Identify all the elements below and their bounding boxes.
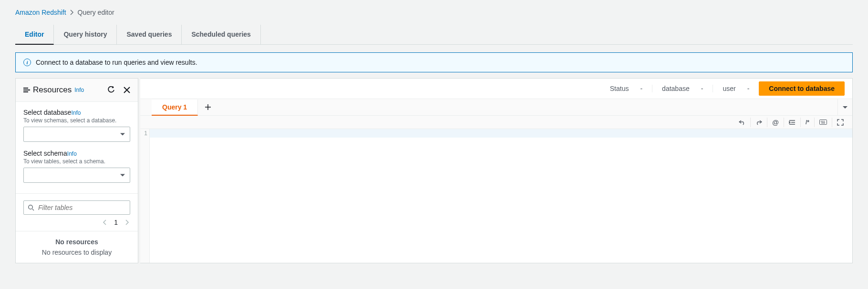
- search-icon: [28, 204, 34, 211]
- active-line: [150, 129, 852, 138]
- breadcrumb: Amazon Redshift Query editor: [15, 0, 853, 25]
- indent-button[interactable]: [784, 118, 800, 127]
- undo-button[interactable]: [734, 118, 750, 127]
- svg-rect-5: [821, 123, 825, 124]
- status-value: -: [640, 85, 642, 92]
- select-database-dropdown[interactable]: [23, 127, 130, 142]
- fullscreen-button[interactable]: [832, 118, 848, 127]
- close-icon[interactable]: [124, 87, 130, 93]
- no-resources-sub: No resources to display: [23, 249, 130, 256]
- filter-tables-field[interactable]: [23, 200, 130, 215]
- resources-icon: [23, 88, 30, 92]
- svg-rect-1: [820, 120, 827, 125]
- breadcrumb-current: Query editor: [78, 9, 114, 16]
- query-tab-bar: Query 1: [140, 99, 852, 116]
- filter-tables-input[interactable]: [37, 203, 126, 212]
- breadcrumb-root[interactable]: Amazon Redshift: [15, 9, 66, 16]
- select-schema-dropdown[interactable]: [23, 168, 130, 183]
- svg-rect-3: [822, 121, 823, 122]
- status-label: Status: [610, 85, 629, 92]
- add-tab-button[interactable]: [198, 100, 218, 114]
- caret-down-icon: [843, 106, 847, 109]
- comment-button[interactable]: /*: [800, 118, 814, 127]
- select-database-desc: To view schemas, select a database.: [23, 117, 130, 124]
- user-label: user: [723, 85, 735, 92]
- code-editor[interactable]: 1: [140, 129, 852, 263]
- editor-body[interactable]: [150, 129, 852, 263]
- pager: 1: [23, 219, 130, 226]
- pager-next[interactable]: [125, 219, 129, 225]
- select-database-label: Select database: [23, 109, 71, 116]
- tab-saved-queries[interactable]: Saved queries: [117, 25, 182, 44]
- main-panel: Status - database - user - Connect to da…: [140, 78, 853, 263]
- redo-button[interactable]: [750, 118, 767, 127]
- editor-toolbar: @ /*: [140, 116, 852, 129]
- resources-info-link[interactable]: Info: [74, 87, 84, 93]
- refresh-icon[interactable]: [107, 86, 115, 94]
- database-label: database: [662, 85, 690, 92]
- pager-page: 1: [114, 219, 118, 226]
- query-tab-1[interactable]: Query 1: [152, 100, 198, 116]
- chevron-right-icon: [70, 10, 74, 15]
- user-value: -: [747, 85, 750, 92]
- tab-query-history[interactable]: Query history: [54, 25, 117, 44]
- keyboard-button[interactable]: [814, 118, 832, 127]
- select-database-info[interactable]: Info: [71, 110, 81, 116]
- resources-title: Resources: [33, 85, 72, 95]
- line-number-1: 1: [140, 130, 147, 137]
- info-alert: i Connect to a database to run queries a…: [15, 52, 853, 72]
- alert-message: Connect to a database to run queries and…: [36, 59, 197, 66]
- pager-prev[interactable]: [103, 219, 106, 225]
- svg-rect-4: [824, 121, 825, 122]
- connection-status-bar: Status - database - user - Connect to da…: [140, 79, 852, 99]
- select-schema-desc: To view tables, select a schema.: [23, 158, 130, 165]
- at-button[interactable]: @: [767, 118, 784, 127]
- tab-editor[interactable]: Editor: [15, 25, 54, 45]
- select-schema-info[interactable]: Info: [67, 150, 77, 157]
- no-resources-title: No resources: [23, 238, 130, 246]
- info-icon: i: [23, 59, 31, 66]
- database-value: -: [701, 85, 703, 92]
- tab-scheduled-queries[interactable]: Scheduled queries: [182, 25, 260, 44]
- select-schema-label: Select schema: [23, 149, 67, 157]
- resources-sidebar: Resources Info Select databaseInfo To vi…: [15, 78, 138, 263]
- main-tabs: Editor Query history Saved queries Sched…: [15, 25, 853, 45]
- line-gutter: 1: [140, 129, 150, 263]
- connect-to-database-button[interactable]: Connect to database: [759, 81, 845, 96]
- svg-rect-2: [821, 121, 822, 122]
- svg-point-0: [29, 205, 33, 209]
- tab-options-button[interactable]: [837, 99, 852, 115]
